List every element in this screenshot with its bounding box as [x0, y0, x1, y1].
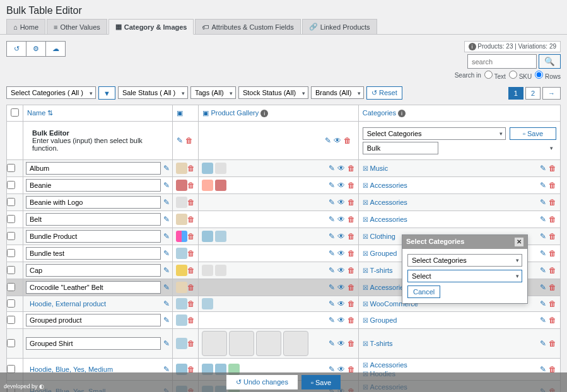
- delete-icon[interactable]: 🗑: [187, 316, 195, 325]
- edit-icon[interactable]: ✎: [329, 249, 335, 258]
- category-tag[interactable]: Accessories: [363, 182, 407, 189]
- row-checkbox[interactable]: [7, 316, 15, 324]
- edit-icon[interactable]: ✎: [329, 164, 335, 173]
- tab-linked-products[interactable]: 🔗Linked Products: [302, 19, 377, 34]
- delete-icon[interactable]: 🗑: [348, 181, 355, 190]
- delete-icon[interactable]: 🗑: [549, 249, 556, 258]
- category-tag[interactable]: Accessories: [363, 361, 407, 369]
- row-checkbox[interactable]: [7, 299, 15, 308]
- edit-icon[interactable]: ✎: [163, 316, 170, 325]
- settings-button[interactable]: ⚙: [26, 41, 46, 57]
- category-tag[interactable]: Grouped: [363, 250, 397, 257]
- gallery-thumbnail[interactable]: [202, 231, 213, 242]
- product-name-input[interactable]: [26, 213, 161, 226]
- edit-icon[interactable]: ✎: [540, 266, 546, 275]
- product-name-input[interactable]: [26, 264, 161, 277]
- product-name-input[interactable]: [26, 230, 161, 243]
- category-tag[interactable]: Music: [363, 164, 389, 172]
- delete-icon[interactable]: 🗑: [187, 266, 195, 275]
- edit-icon[interactable]: ✎: [329, 339, 335, 348]
- product-thumbnail[interactable]: [176, 314, 187, 326]
- delete-icon[interactable]: 🗑: [549, 316, 556, 325]
- edit-icon[interactable]: ✎: [329, 283, 335, 292]
- search-opt-rows[interactable]: Rows: [535, 71, 561, 80]
- search-button[interactable]: 🔍: [539, 54, 561, 69]
- delete-icon[interactable]: 🗑: [344, 136, 351, 145]
- popup-action-select[interactable]: Select: [407, 270, 522, 282]
- product-thumbnail[interactable]: [176, 248, 187, 259]
- delete-icon[interactable]: 🗑: [348, 232, 355, 241]
- product-name-input[interactable]: [26, 281, 161, 294]
- product-name-input[interactable]: [26, 179, 161, 192]
- product-thumbnail[interactable]: [176, 298, 187, 309]
- product-thumbnail[interactable]: [176, 197, 187, 208]
- filter-apply-button[interactable]: ▼: [98, 86, 115, 100]
- page-2-button[interactable]: 2: [525, 87, 541, 100]
- edit-icon[interactable]: ✎: [540, 215, 546, 224]
- filter-categories[interactable]: Select Categories ( All ): [6, 86, 96, 99]
- row-checkbox[interactable]: [7, 339, 15, 347]
- eye-icon[interactable]: 👁: [334, 136, 341, 145]
- tab-category-images[interactable]: ▦Category & Images: [108, 19, 194, 35]
- delete-icon[interactable]: 🗑: [348, 339, 355, 348]
- row-checkbox[interactable]: [7, 365, 15, 373]
- eye-icon[interactable]: 👁: [337, 283, 345, 292]
- delete-icon[interactable]: 🗑: [187, 164, 195, 173]
- edit-icon[interactable]: ✎: [163, 215, 170, 224]
- gallery-thumbnail[interactable]: [215, 180, 226, 191]
- product-name-input[interactable]: [26, 196, 161, 209]
- delete-icon[interactable]: 🗑: [348, 316, 355, 325]
- filter-tags[interactable]: Tags (All): [190, 86, 236, 99]
- product-thumbnail[interactable]: [176, 231, 187, 242]
- delete-icon[interactable]: 🗑: [187, 181, 195, 190]
- gallery-thumbnail[interactable]: [202, 331, 227, 356]
- eye-icon[interactable]: 👁: [337, 232, 345, 241]
- search-opt-sku[interactable]: SKU: [509, 71, 532, 80]
- product-thumbnail[interactable]: [176, 163, 187, 174]
- eye-icon[interactable]: 👁: [337, 181, 345, 190]
- edit-icon[interactable]: ✎: [329, 232, 335, 241]
- product-name-link[interactable]: Hoodie, External product: [26, 300, 161, 308]
- delete-icon[interactable]: 🗑: [187, 339, 195, 348]
- delete-icon[interactable]: 🗑: [549, 299, 556, 308]
- gallery-thumbnail[interactable]: [215, 231, 226, 242]
- delete-icon[interactable]: 🗑: [348, 299, 355, 308]
- gallery-thumbnail[interactable]: [215, 163, 226, 174]
- delete-icon[interactable]: 🗑: [549, 181, 556, 190]
- col-name-header[interactable]: Name ⇅: [23, 105, 173, 122]
- delete-icon[interactable]: 🗑: [348, 249, 355, 258]
- edit-icon[interactable]: ✎: [329, 198, 335, 207]
- row-checkbox[interactable]: [7, 283, 15, 291]
- gallery-thumbnail[interactable]: [202, 163, 213, 174]
- undo-button[interactable]: ↺: [6, 41, 26, 57]
- category-tag[interactable]: Accessories: [363, 284, 407, 291]
- delete-icon[interactable]: 🗑: [348, 283, 355, 292]
- row-checkbox[interactable]: [7, 249, 15, 257]
- delete-icon[interactable]: 🗑: [187, 198, 195, 207]
- eye-icon[interactable]: 👁: [337, 299, 345, 308]
- page-next-button[interactable]: →: [542, 87, 561, 100]
- search-opt-text[interactable]: Text: [484, 71, 506, 80]
- edit-icon[interactable]: ✎: [163, 339, 170, 348]
- gallery-thumbnail[interactable]: [215, 265, 226, 276]
- product-thumbnail[interactable]: [176, 282, 187, 293]
- eye-icon[interactable]: 👁: [337, 339, 345, 348]
- category-tag[interactable]: T-shirts: [363, 340, 393, 347]
- product-thumbnail[interactable]: [176, 338, 187, 349]
- edit-icon[interactable]: ✎: [329, 299, 335, 308]
- edit-icon[interactable]: ✎: [540, 316, 546, 325]
- edit-icon[interactable]: ✎: [540, 249, 546, 258]
- gallery-thumbnail[interactable]: [283, 331, 308, 356]
- product-thumbnail[interactable]: [176, 265, 187, 276]
- tab-other-values[interactable]: ≡Other Values: [47, 19, 107, 34]
- row-checkbox[interactable]: [7, 198, 15, 206]
- edit-icon[interactable]: ✎: [163, 299, 170, 308]
- row-checkbox[interactable]: [7, 181, 15, 189]
- filter-brands[interactable]: Brands (All): [311, 86, 364, 99]
- bulk-save-categories-button[interactable]: ▫ Save: [510, 127, 556, 140]
- eye-icon[interactable]: 👁: [337, 316, 345, 325]
- row-checkbox[interactable]: [7, 232, 15, 240]
- edit-icon[interactable]: ✎: [540, 232, 546, 241]
- popup-cancel-button[interactable]: Cancel: [407, 285, 440, 298]
- gallery-thumbnail[interactable]: [202, 265, 213, 276]
